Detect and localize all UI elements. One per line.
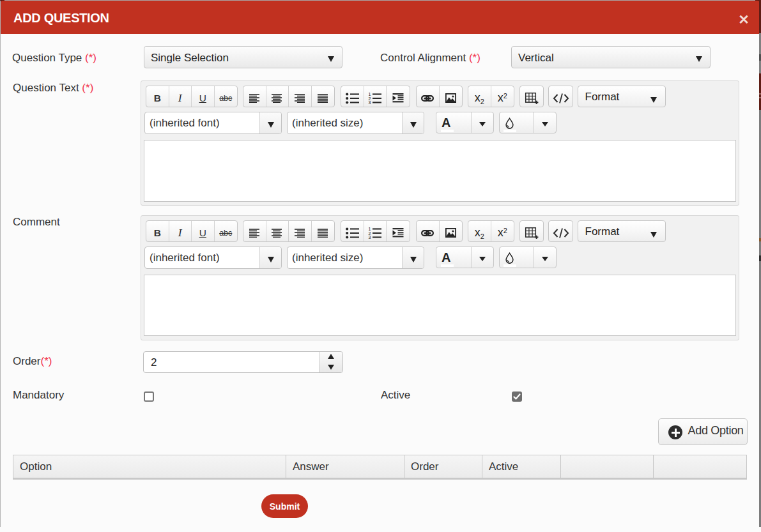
svg-text:3: 3 <box>369 235 371 239</box>
svg-text:3: 3 <box>369 100 371 104</box>
